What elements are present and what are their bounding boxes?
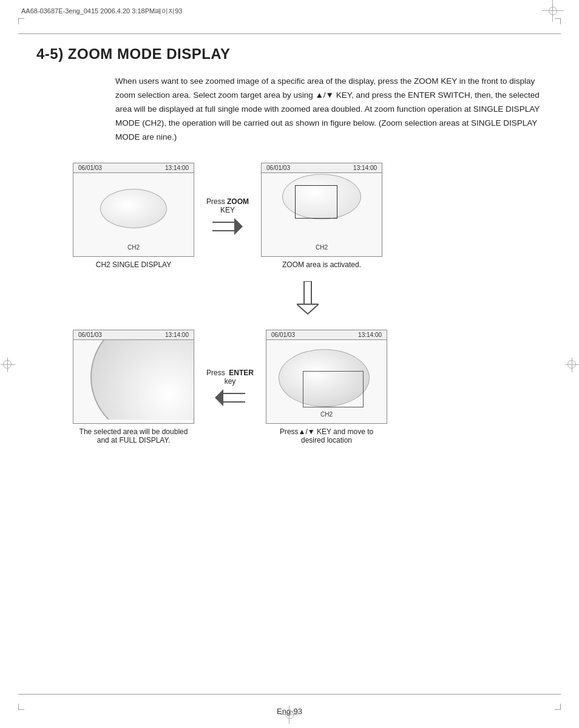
monitor-moved-zoom: 06/01/03 13:14:00 CH2 <box>266 330 387 424</box>
reg-mark-bottom <box>285 710 294 719</box>
monitor-caption-3: The selected area will be doubled and at… <box>73 427 194 444</box>
monitor-date-2: 06/01/03 <box>266 165 290 171</box>
monitor-content-3 <box>73 340 194 420</box>
monitor-caption-4: Press▲/▼ KEY and move to desired locatio… <box>266 427 387 444</box>
monitor-date-3: 06/01/03 <box>78 332 102 338</box>
page-border-bottom <box>18 694 561 695</box>
diagram-col-right-2: 06/01/03 13:14:00 CH2 Press▲/▼ KEY and m… <box>266 330 387 444</box>
arrow-left-container: Press ENTERkey <box>206 369 254 405</box>
body-text: When users want to see zoomed image of a… <box>115 75 543 145</box>
arrow-enter-label: Press ENTERkey <box>206 369 254 386</box>
caption-4-line2: desired location <box>301 436 352 444</box>
monitor-caption-2: ZOOM area is activated. <box>261 260 382 269</box>
zoom-rect <box>295 185 337 219</box>
diagram-row-1: 06/01/03 13:14:00 CH2 CH2 SINGLE DISPLAY… <box>73 163 543 269</box>
reg-mark-left <box>3 360 12 369</box>
monitor-date-1: 06/01/03 <box>78 165 102 171</box>
header-crosshair <box>548 6 558 16</box>
header-text: AA68-03687E-3eng_0415 2006.4.20 3:18PM페이… <box>21 7 182 16</box>
arrow-right-container: Press ZOOMKEY <box>206 197 249 234</box>
diagram-row-2: 06/01/03 13:14:00 The selected area will… <box>73 330 543 444</box>
monitor-content-4: CH2 <box>266 340 387 420</box>
quarter-circle-clip <box>87 340 194 420</box>
page-border-top <box>18 33 561 34</box>
main-content: 4-5) ZOOM MODE DISPLAY When users want t… <box>36 46 543 685</box>
down-arrow-icon <box>297 281 319 315</box>
monitor-content-1: CH2 <box>73 173 194 253</box>
down-arrow-container <box>73 281 543 315</box>
monitor-info-bar-3: 06/01/03 13:14:00 <box>73 330 194 340</box>
zoom-rect-moved <box>303 371 364 407</box>
monitor-ch-label-4: CH2 <box>320 411 333 418</box>
diagram-col-left-1: 06/01/03 13:14:00 CH2 CH2 SINGLE DISPLAY <box>73 163 194 269</box>
corner-mark-tr <box>555 18 561 24</box>
arrow-zoom-label: Press ZOOMKEY <box>206 197 249 214</box>
monitor-time-1: 13:14:00 <box>165 165 189 171</box>
arrow-left-icon <box>215 388 245 405</box>
monitor-ch2-single: 06/01/03 13:14:00 CH2 <box>73 163 194 257</box>
monitor-info-bar-4: 06/01/03 13:14:00 <box>266 330 387 340</box>
reg-mark-right <box>567 360 576 369</box>
ellipse-1 <box>100 189 167 228</box>
monitor-time-2: 13:14:00 <box>353 165 377 171</box>
diagrams-section: 06/01/03 13:14:00 CH2 CH2 SINGLE DISPLAY… <box>73 163 543 444</box>
caption-3-line1: The selected area will be doubled <box>80 427 188 436</box>
monitor-content-2: CH2 <box>262 173 382 253</box>
caption-3-line2: and at FULL DISPLAY. <box>97 436 171 444</box>
caption-4-line1: Press▲/▼ KEY and move to <box>280 427 373 436</box>
monitor-ch-label-1: CH2 <box>127 244 140 251</box>
monitor-date-4: 06/01/03 <box>271 332 295 338</box>
monitor-zoomed-full: 06/01/03 13:14:00 <box>73 330 194 424</box>
arrow-right-icon <box>212 217 243 234</box>
quarter-circle <box>90 340 194 420</box>
monitor-caption-1: CH2 SINGLE DISPLAY <box>73 260 194 269</box>
monitor-info-bar-1: 06/01/03 13:14:00 <box>73 163 194 173</box>
svg-rect-0 <box>304 281 311 304</box>
corner-mark-tl <box>18 18 24 24</box>
monitor-time-3: 13:14:00 <box>165 332 189 338</box>
monitor-time-4: 13:14:00 <box>358 332 382 338</box>
monitor-ch-label-2: CH2 <box>316 244 328 251</box>
monitor-zoom-active: 06/01/03 13:14:00 CH2 <box>261 163 382 257</box>
diagram-col-right-1: 06/01/03 13:14:00 CH2 ZOOM area is activ… <box>261 163 382 269</box>
monitor-info-bar-2: 06/01/03 13:14:00 <box>262 163 382 173</box>
zoom-bold: ZOOM <box>227 197 249 206</box>
enter-bold: ENTER <box>229 369 254 377</box>
diagram-col-left-2: 06/01/03 13:14:00 The selected area will… <box>73 330 194 444</box>
svg-marker-1 <box>297 304 319 314</box>
page-header: AA68-03687E-3eng_0415 2006.4.20 3:18PM페이… <box>21 6 558 16</box>
section-title: 4-5) ZOOM MODE DISPLAY <box>36 46 543 63</box>
